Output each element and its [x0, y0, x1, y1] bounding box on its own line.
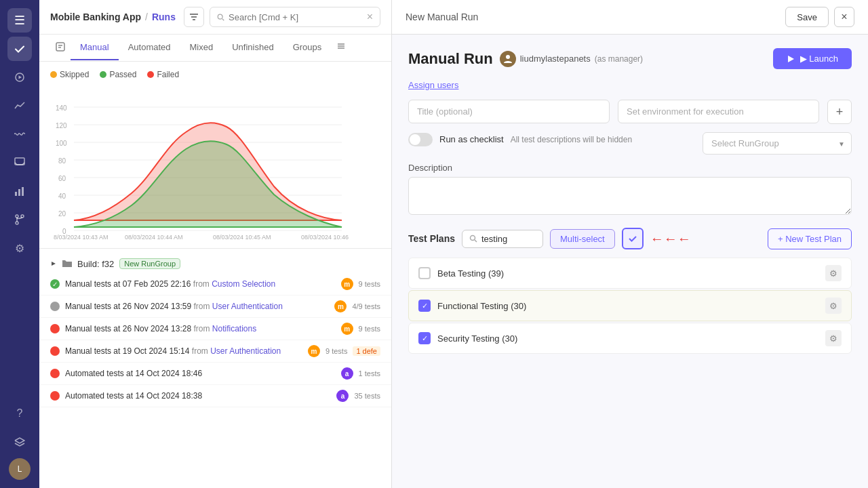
- status-dot-fail: [50, 346, 60, 356]
- run-info: Automated tests at 14 Oct 2024 18:46: [65, 369, 336, 378]
- tab-automated[interactable]: Automated: [119, 35, 180, 60]
- svg-marker-31: [52, 262, 56, 266]
- right-content: Manual Run liudmylastepanets (as manager…: [392, 35, 868, 488]
- search-icon: [217, 13, 224, 22]
- skipped-label: Skipped: [60, 70, 89, 79]
- test-plans-section: Test Plans Multi-select ←←← + New Test P…: [408, 228, 852, 354]
- user-avatar-sm: [500, 51, 516, 67]
- test-plan-item[interactable]: Beta Testing (39) ⚙: [408, 258, 852, 289]
- nav-layers-icon[interactable]: [7, 430, 32, 454]
- test-count: 9 tests: [359, 325, 380, 333]
- tp-gear-functional[interactable]: ⚙: [825, 298, 842, 314]
- run-item[interactable]: Manual tests at 26 Nov 2024 13:28 from N…: [39, 318, 391, 340]
- run-info: Automated tests at 14 Oct 2024 18:38: [65, 391, 331, 401]
- nav-analytics-icon[interactable]: [7, 94, 32, 118]
- add-env-button[interactable]: +: [827, 100, 852, 124]
- tp-name-beta: Beta Testing (39): [437, 268, 818, 279]
- tab-more[interactable]: [331, 35, 351, 61]
- svg-text:08/03/2024 10:46: 08/03/2024 10:46: [301, 234, 349, 241]
- nav-check-icon[interactable]: [7, 37, 32, 61]
- expand-icon[interactable]: [50, 260, 57, 267]
- run-item[interactable]: Manual tests at 26 Nov 2024 13:59 from U…: [39, 296, 391, 318]
- legend-failed: Failed: [147, 70, 179, 79]
- run-title: Manual tests at 26 Nov 2024 13:59 from U…: [65, 302, 329, 311]
- nav-wave-icon[interactable]: [7, 122, 32, 146]
- manager-label: (as manager): [595, 54, 643, 64]
- svg-text:140: 140: [56, 104, 67, 112]
- test-count: 4/9 tests: [352, 302, 380, 310]
- status-dot-pending: [50, 302, 60, 311]
- user-badge: m: [308, 345, 320, 357]
- tp-name-security: Security Testing (30): [437, 333, 818, 344]
- tp-checkbox-security[interactable]: ✓: [418, 332, 431, 344]
- confirm-selection-button[interactable]: [622, 228, 644, 249]
- nav-play-icon[interactable]: [7, 65, 32, 89]
- right-header: New Manual Run Save ×: [392, 0, 868, 35]
- assign-users-link[interactable]: Assign users: [408, 80, 458, 90]
- checklist-desc: All test descriptions will be hidden: [511, 135, 632, 144]
- nav-barchart-icon[interactable]: [7, 179, 32, 203]
- env-input[interactable]: [618, 100, 819, 123]
- test-plan-item[interactable]: ✓ Security Testing (30) ⚙: [408, 323, 852, 354]
- test-plans-left: Test Plans Multi-select ←←←: [408, 228, 691, 249]
- title-input[interactable]: [408, 100, 610, 123]
- left-panel: Mobile Banking App / Runs × Manual Autom…: [39, 0, 392, 488]
- search-plans-input[interactable]: [481, 234, 536, 244]
- test-count: 9 tests: [359, 280, 380, 288]
- status-dot-fail: [50, 391, 60, 401]
- tab-unfinished[interactable]: Unfinished: [222, 35, 283, 60]
- filter-button[interactable]: [184, 7, 204, 27]
- svg-text:08/03/2024 10:45 AM: 08/03/2024 10:45 AM: [213, 234, 271, 241]
- tab-manual[interactable]: Manual: [71, 35, 119, 60]
- manual-run-title: Manual Run: [408, 50, 493, 68]
- multiselect-button[interactable]: Multi-select: [550, 229, 615, 249]
- user-badge: a: [336, 390, 349, 402]
- arrow-indicator: ←←←: [650, 231, 691, 247]
- run-info: Manual tests at 19 Oct 2024 15:14 from U…: [65, 346, 302, 356]
- svg-text:120: 120: [56, 122, 67, 129]
- nav-inbox-icon[interactable]: [7, 150, 32, 175]
- run-item[interactable]: Automated tests at 14 Oct 2024 18:46 a 1…: [39, 363, 391, 385]
- tp-gear-security[interactable]: ⚙: [825, 330, 842, 346]
- tab-groups[interactable]: Groups: [283, 35, 332, 60]
- tp-checkbox-beta[interactable]: [418, 267, 431, 279]
- svg-text:100: 100: [56, 140, 67, 147]
- tp-gear-beta[interactable]: ⚙: [825, 265, 842, 281]
- rungroup-select-wrapper: Select RunGroup: [703, 132, 852, 155]
- run-item[interactable]: Manual tests at 19 Oct 2024 15:14 from U…: [39, 340, 391, 363]
- svg-point-6: [16, 215, 18, 218]
- breadcrumb-sep: /: [145, 12, 148, 22]
- run-info: Manual tests at 26 Nov 2024 13:59 from U…: [65, 302, 329, 311]
- test-plans-header: Test Plans Multi-select ←←← + New Test P…: [408, 228, 852, 249]
- run-heading-left: Manual Run liudmylastepanets (as manager…: [408, 50, 643, 68]
- new-test-plan-button[interactable]: + New Test Plan: [768, 228, 852, 249]
- nav-help-icon[interactable]: ?: [7, 401, 32, 426]
- menu-icon[interactable]: ☰: [7, 8, 32, 33]
- checklist-toggle[interactable]: [408, 133, 433, 146]
- run-item[interactable]: Automated tests at 14 Oct 2024 18:38 a 3…: [39, 385, 391, 407]
- test-plans-label: Test Plans: [408, 233, 455, 244]
- confirm-check-icon: [628, 234, 637, 243]
- save-button[interactable]: Save: [785, 7, 829, 27]
- nav-branch-icon[interactable]: [7, 207, 32, 232]
- legend-skipped: Skipped: [50, 70, 89, 79]
- run-heading: Manual Run liudmylastepanets (as manager…: [408, 48, 852, 69]
- checklist-label: Run as checklist: [439, 134, 504, 144]
- tab-mixed[interactable]: Mixed: [180, 35, 223, 60]
- search-close-icon[interactable]: ×: [367, 11, 373, 23]
- launch-button[interactable]: ▶ Launch: [773, 48, 852, 69]
- nav-settings-icon[interactable]: ⚙: [7, 236, 32, 260]
- description-textarea[interactable]: [408, 177, 852, 215]
- search-input[interactable]: [229, 12, 363, 22]
- tp-name-functional: Functional Testing (30): [437, 301, 818, 311]
- run-item[interactable]: ✓ Manual tests at 07 Feb 2025 22:16 from…: [39, 273, 391, 296]
- sidebar-nav: ☰ ⚙ ? L: [0, 0, 39, 488]
- test-plan-item[interactable]: ✓ Functional Testing (30) ⚙: [408, 290, 852, 321]
- svg-point-32: [506, 55, 510, 59]
- user-avatar[interactable]: L: [9, 458, 31, 480]
- svg-point-9: [218, 14, 222, 19]
- test-plan-list: Beta Testing (39) ⚙ ✓ Functional Testing…: [408, 258, 852, 354]
- tp-checkbox-functional[interactable]: ✓: [418, 300, 431, 312]
- rungroup-select[interactable]: Select RunGroup: [703, 132, 852, 155]
- close-button[interactable]: ×: [834, 7, 854, 27]
